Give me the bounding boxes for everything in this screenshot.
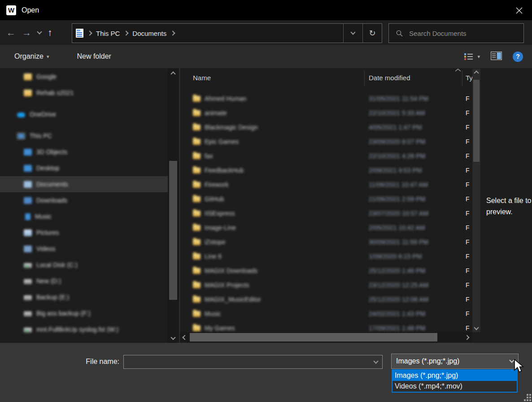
breadcrumb-this-pc[interactable]: This PC — [96, 30, 120, 37]
scroll-up-icon[interactable] — [472, 71, 480, 75]
history-dropdown-icon[interactable] — [37, 29, 42, 34]
folder-icon — [193, 196, 201, 202]
sidebar-item[interactable]: Desktop — [0, 160, 168, 176]
sidebar-item[interactable]: This PC — [0, 128, 168, 144]
sidebar-item[interactable]: Backup (E:) — [0, 289, 168, 305]
table-row[interactable]: MAGIX Downloads 25/12/2020 1:46 PM F — [180, 264, 472, 278]
folder-icon — [193, 268, 201, 274]
file-type: F — [466, 181, 470, 188]
column-headers: Name Date modified Type — [180, 68, 472, 89]
sidebar-item[interactable]: mnt.FullBckUp syslog.fst (W:) — [0, 321, 168, 337]
table-row[interactable]: fax 22/10/2021 4:28 PM F — [180, 149, 472, 163]
file-type-dropdown[interactable]: Images (*.png;*.jpg) — [391, 354, 519, 369]
scroll-left-icon[interactable] — [182, 335, 187, 340]
sidebar-item[interactable]: Downloads — [0, 192, 168, 208]
help-button[interactable]: ? — [513, 52, 523, 62]
folder-icon — [193, 211, 201, 216]
address-bar[interactable]: This PC Documents ↻ — [72, 23, 382, 43]
back-button[interactable]: ← — [6, 28, 16, 37]
table-row[interactable]: Firework 11/06/2021 10:47 AM F — [180, 177, 472, 192]
new-folder-button[interactable]: New folder — [77, 52, 111, 61]
scroll-up-icon[interactable] — [168, 72, 179, 76]
close-button[interactable] — [513, 4, 525, 16]
table-row[interactable]: GitHub 21/06/2021 2:59 PM F — [180, 192, 472, 206]
sidebar-item[interactable]: Documents — [0, 176, 168, 192]
table-row[interactable]: Blackmagic Design 4/05/2021 1:47 PM F — [180, 120, 472, 134]
file-date-modified: 2/09/2021 9:53 PM — [369, 167, 422, 174]
column-divider[interactable] — [364, 70, 365, 86]
forward-button[interactable]: → — [22, 28, 31, 37]
dropdown-option[interactable]: Videos (*.mp4;*.mov) — [392, 381, 517, 392]
table-row[interactable]: iZotope 30/09/2021 11:59 PM F — [180, 235, 472, 249]
file-type: F — [466, 281, 470, 289]
scroll-down-icon[interactable] — [168, 337, 179, 339]
table-row[interactable]: IISExpress 23/07/2020 10:57 AM F — [180, 206, 472, 220]
sidebar-item[interactable]: Google — [0, 69, 168, 85]
sidebar-item[interactable]: Big ass backup (F:) — [0, 305, 168, 321]
resize-grip[interactable] — [527, 394, 528, 396]
scrollbar-thumb[interactable] — [473, 80, 480, 162]
folder-icon — [193, 139, 201, 145]
chevron-down-icon[interactable] — [373, 359, 378, 363]
sidebar-item-label: Documents — [36, 181, 68, 188]
sidebar-item-label: OneDrive — [30, 111, 56, 118]
sidebar-item-label: Pictures — [36, 229, 59, 236]
file-name-input[interactable] — [124, 358, 374, 366]
scroll-down-icon[interactable] — [472, 328, 480, 329]
word-app-icon: W — [6, 5, 16, 15]
table-row[interactable]: My Games 17/09/2021 1:48 PM F — [180, 321, 472, 332]
sidebar-item-icon — [17, 133, 25, 139]
search-box[interactable] — [388, 23, 524, 43]
table-row[interactable]: FeedbackHub 2/09/2021 9:53 PM F — [180, 163, 472, 177]
file-name-combobox[interactable] — [123, 355, 383, 369]
preview-pane-button[interactable] — [491, 52, 502, 62]
sidebar-item[interactable]: Local Disk (C:) — [0, 257, 168, 273]
table-row[interactable]: MAGIX Projects 23/12/2020 12:25 AM F — [180, 278, 472, 292]
file-date-modified: 11/06/2021 10:47 AM — [369, 181, 428, 188]
up-button[interactable]: ↑ — [48, 27, 52, 38]
dialog-title: Open — [22, 6, 39, 14]
document-icon — [76, 29, 83, 38]
table-row[interactable]: Epic Games 23/09/2020 8:07 PM F — [180, 134, 472, 149]
file-name: GitHub — [205, 195, 224, 203]
address-dropdown-button[interactable] — [344, 24, 362, 43]
column-divider[interactable] — [462, 70, 462, 86]
folder-icon — [193, 254, 201, 259]
column-name[interactable]: Name — [193, 74, 211, 82]
sidebar-item[interactable]: Rehab s2021 — [0, 85, 168, 101]
table-row[interactable]: Image-Line 2/05/2021 10:42 AM F — [180, 220, 472, 235]
file-type: F — [466, 124, 470, 131]
table-row[interactable]: Ahmed Human 31/05/2021 11:54 PM F — [180, 91, 472, 106]
organize-button[interactable]: Organize▾ — [14, 52, 49, 61]
sidebar-item[interactable]: Videos — [0, 241, 168, 257]
file-name: fax — [205, 152, 213, 160]
sidebar-item[interactable]: New (D:) — [0, 273, 168, 289]
sidebar-item-icon — [24, 328, 32, 333]
column-type[interactable]: Type — [466, 74, 472, 82]
table-row[interactable]: Line 6 1/09/2020 6:15 PM F — [180, 249, 472, 264]
scroll-right-icon[interactable] — [464, 335, 469, 340]
list-vertical-scrollbar[interactable] — [472, 69, 480, 332]
column-date-modified[interactable]: Date modified — [369, 74, 410, 82]
sidebar-item[interactable]: Pictures — [0, 225, 168, 241]
file-date-modified: 23/12/2020 12:25 AM — [369, 281, 428, 289]
view-mode-button[interactable]: ▾ — [464, 53, 480, 61]
scrollbar-thumb[interactable] — [190, 333, 437, 341]
folder-icon — [193, 239, 201, 245]
file-name: iZotope — [205, 238, 226, 246]
dropdown-option[interactable]: Images (*.png;*.jpg) — [392, 370, 517, 381]
breadcrumb-documents[interactable]: Documents — [132, 30, 166, 37]
refresh-button[interactable]: ↻ — [363, 24, 382, 43]
sidebar-item[interactable]: OneDrive — [0, 106, 168, 122]
sidebar-scrollbar[interactable] — [168, 69, 179, 343]
search-input[interactable] — [408, 29, 511, 38]
table-row[interactable]: Music 24/02/2021 1:43 PM F — [180, 307, 472, 321]
table-row[interactable]: animate 22/10/2021 5:33 AM F — [180, 106, 472, 120]
scrollbar-thumb[interactable] — [169, 161, 177, 300]
folder-icon — [193, 110, 201, 116]
sidebar-item[interactable]: 3D Objects — [0, 144, 168, 160]
list-horizontal-scrollbar[interactable] — [180, 332, 472, 342]
file-name: MAGIX Downloads — [205, 267, 257, 274]
sidebar-item[interactable]: Music — [0, 208, 168, 225]
table-row[interactable]: MAGIX_MusicEditor 25/12/2020 12:08 AM F — [180, 292, 472, 307]
